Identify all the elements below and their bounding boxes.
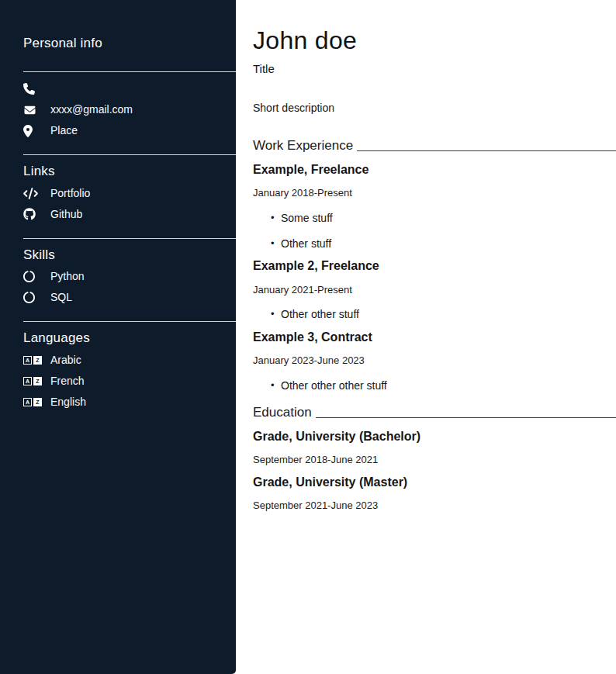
envelope-icon (23, 105, 42, 116)
contact-item-phone (23, 78, 236, 99)
skill-text: SQL (50, 291, 72, 304)
place-text: Place (50, 124, 78, 137)
work-entry-bullets: Other other stuff (253, 308, 616, 321)
skill-text: Python (50, 270, 85, 283)
language-text: Arabic (50, 354, 81, 367)
personal-info-heading: Personal info (23, 36, 236, 51)
sidebar-divider (23, 238, 236, 239)
resume-main: John doe Title Short description Work Ex… (236, 0, 616, 674)
github-link-text: Github (50, 208, 82, 221)
education-label: Education (253, 405, 312, 420)
section-rule (316, 417, 616, 418)
education-entry-title: Grade, University (Master) (253, 475, 616, 489)
bullet-item: Other stuff (281, 237, 616, 251)
short-description: Short description (253, 102, 616, 115)
education-entry-dates: September 2018-June 2021 (253, 454, 616, 466)
work-entry: Example, Freelance January 2018-Present … (253, 162, 616, 250)
bullet-item: Other other other stuff (281, 379, 616, 392)
portfolio-link-text: Portfolio (50, 187, 90, 200)
code-icon (23, 188, 42, 199)
section-heading-education: Education (253, 405, 616, 420)
language-text: English (50, 396, 86, 409)
skills-list: Python SQL (23, 266, 236, 308)
links-list: Portfolio Github (23, 183, 236, 225)
bullet-item: Some stuff (281, 212, 616, 225)
work-entry: Example 2, Freelance January 2021-Presen… (253, 258, 616, 321)
contact-item-place: Place (23, 120, 236, 141)
github-icon (23, 208, 42, 220)
languages-heading: Languages (23, 330, 236, 346)
language-icon: AZ (23, 377, 42, 385)
sidebar-divider (23, 71, 236, 72)
skill-item-python: Python (23, 266, 236, 287)
location-icon (23, 125, 42, 137)
bullet-item: Other other stuff (281, 308, 616, 321)
sidebar: Personal info xxxx@gmail.com Place Links (0, 0, 236, 674)
job-title: Title (253, 62, 616, 76)
circle-notch-icon (23, 292, 42, 303)
work-entry-bullets: Other other other stuff (253, 379, 616, 392)
sidebar-divider (23, 321, 236, 322)
language-item-english: AZ English (23, 392, 236, 413)
skills-heading: Skills (23, 247, 236, 263)
work-entry-title: Example 2, Freelance (253, 258, 616, 273)
education-entry-dates: September 2021-June 2023 (253, 499, 616, 512)
work-entry-dates: January 2021-Present (253, 284, 616, 296)
language-text: French (50, 375, 85, 388)
education-entry-title: Grade, University (Bachelor) (253, 429, 616, 444)
work-experience-label: Work Experience (253, 138, 353, 154)
name-heading: John doe (253, 26, 616, 55)
language-icon: AZ (23, 398, 42, 406)
sidebar-divider (23, 154, 236, 155)
work-entry-bullets: Some stuff Other stuff (253, 212, 616, 251)
language-item-french: AZ French (23, 371, 236, 392)
language-item-arabic: AZ Arabic (23, 350, 236, 371)
work-entry-title: Example 3, Contract (253, 330, 616, 344)
section-heading-work: Work Experience (253, 138, 616, 154)
phone-icon (23, 83, 42, 95)
work-entry-title: Example, Freelance (253, 162, 616, 177)
work-entry-dates: January 2018-Present (253, 187, 616, 199)
link-item-github[interactable]: Github (23, 204, 236, 225)
skill-item-sql: SQL (23, 287, 236, 308)
section-rule (357, 150, 616, 151)
work-entry: Example 3, Contract January 2023-June 20… (253, 330, 616, 392)
education-entry: Grade, University (Bachelor) September 2… (253, 429, 616, 466)
language-icon: AZ (23, 356, 42, 365)
languages-list: AZ Arabic AZ French AZ English (23, 350, 236, 413)
contact-item-email: xxxx@gmail.com (23, 99, 236, 120)
links-heading: Links (23, 164, 236, 179)
work-entry-dates: January 2023-June 2023 (253, 354, 616, 367)
link-item-portfolio[interactable]: Portfolio (23, 183, 236, 204)
contact-list: xxxx@gmail.com Place (23, 78, 236, 141)
email-text: xxxx@gmail.com (50, 103, 133, 116)
education-entry: Grade, University (Master) September 202… (253, 475, 616, 512)
circle-notch-icon (23, 271, 42, 282)
